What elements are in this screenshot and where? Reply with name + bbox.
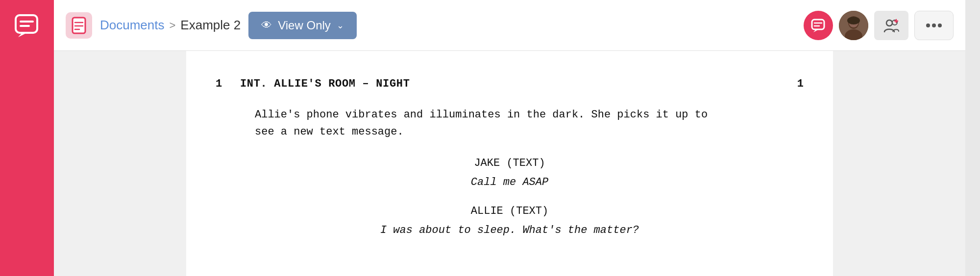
breadcrumb-separator: > [170,19,176,32]
users-button[interactable] [874,11,908,40]
document-icon-button[interactable] [66,12,92,39]
more-options-button[interactable] [914,11,954,40]
dialogue-block-jake: JAKE (TEXT) Call me ASAP [216,155,804,191]
sidebar [0,0,54,276]
scene-number-right: 1 [779,75,804,92]
dialogue-block-allie: ALLIE (TEXT) I was about to sleep. What'… [216,203,804,239]
breadcrumb: Documents > Example 2 [100,18,241,33]
document-page: 1 INT. ALLIE'S ROOM – NIGHT 1 Allie's ph… [186,51,833,276]
dot-3 [938,23,942,27]
scene-heading-line: 1 INT. ALLIE'S ROOM – NIGHT 1 [216,75,804,92]
breadcrumb-documents[interactable]: Documents [100,18,165,33]
action-line: Allie's phone vibrates and illuminates i… [255,106,735,140]
dialogue-jake: Call me ASAP [216,174,804,191]
svg-rect-8 [812,20,824,29]
scene-number-left: 1 [216,75,240,92]
character-jake: JAKE (TEXT) [216,155,804,172]
svg-point-16 [847,17,860,24]
sidebar-chat-icon[interactable] [10,9,44,42]
chat-action-button[interactable] [804,11,833,40]
header-right-actions [804,11,954,40]
document-area: 1 INT. ALLIE'S ROOM – NIGHT 1 Allie's ph… [54,51,965,276]
dot-1 [926,23,930,27]
dialogue-allie: I was about to sleep. What's the matter? [216,222,804,239]
svg-point-17 [886,20,892,26]
scene-heading-text: INT. ALLIE'S ROOM – NIGHT [240,75,779,92]
chevron-down-icon: ⌄ [337,20,344,31]
view-only-button[interactable]: 👁 View Only ⌄ [248,12,357,39]
header: Documents > Example 2 👁 View Only ⌄ [54,0,965,51]
dot-2 [932,23,936,27]
view-only-label: View Only [278,19,331,32]
user-avatar[interactable] [839,11,868,40]
eye-icon: 👁 [261,19,272,32]
svg-rect-0 [16,15,37,33]
avatar-image [839,11,868,40]
right-scrollbar-panel [965,0,980,276]
main-area: Documents > Example 2 👁 View Only ⌄ [54,0,965,276]
character-allie: ALLIE (TEXT) [216,203,804,220]
breadcrumb-current: Example 2 [180,18,241,33]
